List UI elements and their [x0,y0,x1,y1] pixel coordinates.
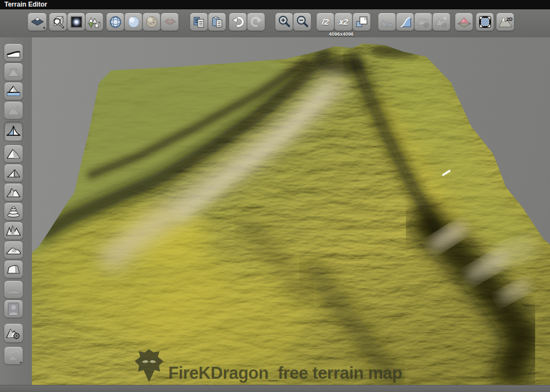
scene-objects-button[interactable] [85,13,103,31]
inspect-model-button[interactable] [49,13,67,31]
terrain-plane-icon [30,15,45,29]
path-tool-button[interactable]: ▸ [4,346,23,365]
title-bar: Terrain Editor [0,0,550,9]
terrain-generator-tool-button[interactable] [4,323,23,343]
color-terrain-button[interactable] [455,13,473,31]
wireframe-globe-icon [108,15,123,29]
terrain-3d-viewport[interactable]: FireKDragon_free terrain map [32,37,550,385]
stamp-portrait-tool-button[interactable] [4,300,23,318]
curves-button[interactable] [396,13,414,31]
histogram-icon [380,15,394,29]
zoom-out-button[interactable] [293,13,311,31]
status-bar [0,385,550,392]
curves-icon [398,15,413,29]
tool-sidebar: ▸ [0,37,32,385]
mountain-plus-icon [435,15,449,29]
size-half-button[interactable]: /2 [316,13,334,31]
smooth-sphere-icon [127,15,141,29]
mountain-water-icon [6,85,21,98]
terraced-mountain-icon [6,205,21,218]
expand-arrows-icon [478,15,492,29]
double-size-label: x2 [339,17,348,26]
undo-button[interactable] [229,13,247,31]
lightmap-icon [69,15,84,29]
raise-lower-tool-button[interactable] [4,63,23,81]
terrace-brush-button[interactable] [4,202,23,220]
window-title: Terrain Editor [4,1,47,8]
textured-sphere-icon [145,15,159,29]
mountain-gear-icon [416,15,431,29]
view-2d-button[interactable]: 2D [496,13,514,31]
mountain-gear-icon [6,326,21,340]
lightmap-button[interactable] [67,13,85,31]
jagged-peaks-icon [6,224,21,238]
main-toolbar: ▾ [0,9,550,37]
set-height-tool-button[interactable] [4,82,23,100]
pink-terrain-icon [457,15,472,29]
resize-squares-icon [355,15,369,29]
crater-icon [6,283,21,296]
paste-clipboard-icon [210,15,224,29]
textured-view-button[interactable] [142,13,161,31]
copy-documents-icon [192,15,206,29]
mound-dotted-arrow-icon [6,104,21,117]
brush-ring-view-button[interactable] [161,13,179,31]
portrait-icon [6,302,21,316]
erosion-settings-button[interactable] [414,13,432,31]
peak-brush-button[interactable] [4,122,23,141]
expand-view-button[interactable] [476,13,494,31]
mountain-brush-button[interactable] [4,145,23,163]
zoom-out-icon [295,15,310,29]
sharp-peak-icon [6,124,21,139]
ramp-slope-icon [6,46,21,59]
ramp-tool-button[interactable] [4,43,23,62]
dune-icon [6,167,21,180]
dune-brush-button[interactable] [4,164,23,182]
redo-arrow-icon [249,15,263,29]
add-detail-button[interactable] [432,13,450,31]
cube-magnifier-icon [51,15,65,29]
zoom-in-icon [277,15,292,29]
terrain-size-label: 4096x4096 [329,31,362,37]
mountain-range-brush-button[interactable] [4,241,23,259]
jagged-peaks-brush-button[interactable] [4,222,23,240]
smooth-tool-button[interactable] [4,101,23,119]
terrain-file-button[interactable]: ▾ [28,13,47,31]
mountain-icon [6,147,21,161]
histogram-button[interactable] [378,13,396,31]
crater-brush-button[interactable] [4,280,23,299]
undo-arrow-icon [231,15,245,29]
half-size-label: /2 [322,17,329,26]
rocky-mountain-brush-button[interactable] [4,183,23,201]
copy-view-button[interactable] [190,13,208,31]
terrain-red-ring-icon [163,15,177,29]
curve-path-icon [6,349,21,363]
size-double-button[interactable]: x2 [334,13,353,31]
svg-text:2D: 2D [507,16,513,22]
mountain-range-icon [6,244,21,257]
dropdown-arrow-icon: ▾ [43,26,45,30]
mountain-2d-icon: 2D [498,15,513,29]
paste-view-button[interactable] [208,13,226,31]
rocky-mountain-icon [6,186,21,199]
zoom-in-button[interactable] [275,13,293,31]
mountain-arrows-icon [6,65,21,79]
smooth-view-button[interactable] [124,13,142,31]
flyout-arrow-icon: ▸ [20,360,22,364]
plateau-rock-icon [6,263,21,276]
terrain-render [32,37,550,385]
trees-cube-icon [87,15,102,29]
terrain-editor-app: { "window": { "title": "Terrain Editor" … [0,0,550,392]
wireframe-view-button[interactable] [106,13,124,31]
resize-canvas-button[interactable] [353,13,371,31]
plateau-brush-button[interactable] [4,260,23,278]
redo-button[interactable] [247,13,265,31]
